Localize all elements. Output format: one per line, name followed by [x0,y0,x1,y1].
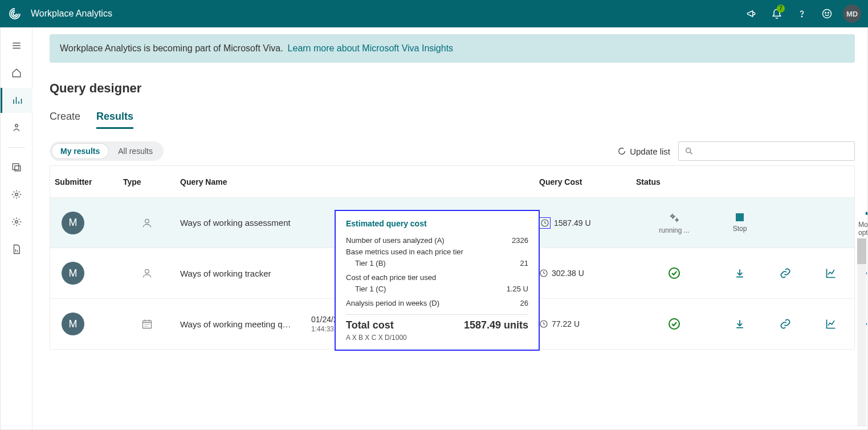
svg-point-4 [15,124,18,127]
cost-popover: Estimated query cost Number of users ana… [335,210,540,351]
svg-point-14 [145,269,149,273]
status-success [636,317,712,331]
copy-link-button[interactable] [767,248,804,298]
status-success [636,266,712,280]
results-filter-pill: My results All results [50,141,164,161]
col-status: Status [631,177,717,186]
filter-my-results[interactable]: My results [51,143,109,159]
svg-point-1 [823,10,832,18]
tab-create[interactable]: Create [50,111,80,129]
refresh-icon [617,147,626,156]
tabs: Create Results [50,111,855,129]
query-name: Ways of working tracker [176,269,307,278]
nav-download-icon[interactable] [1,237,32,262]
search-input[interactable] [678,141,855,161]
results-toolbar: My results All results Update list [50,141,855,161]
type-icon [119,267,176,279]
status-running: running ... [636,212,712,234]
col-submitter: Submitter [50,177,119,186]
nav-data-sources-icon[interactable] [1,155,32,180]
svg-point-0 [801,16,802,17]
col-query-cost: Query Cost [535,177,631,186]
svg-rect-5 [13,164,19,170]
update-list-button[interactable]: Update list [617,147,670,156]
cost-cell: 302.38 U [535,269,631,278]
download-button[interactable] [722,299,758,349]
download-button[interactable] [722,248,758,298]
announcements-icon[interactable] [739,0,764,27]
col-type: Type [119,177,176,186]
col-query-name: Query Name [176,177,307,186]
submitter-avatar: M [62,262,84,285]
svg-point-13 [676,219,678,221]
banner-link[interactable]: Learn more about Microsoft Viva Insights [288,43,454,54]
banner-text: Workplace Analytics is becoming part of … [60,43,283,54]
tab-results[interactable]: Results [96,111,133,129]
query-name: Ways of working assessment [176,218,307,228]
side-nav [1,27,32,429]
svg-point-9 [686,148,691,153]
svg-point-8 [15,221,18,224]
app-title: Workplace Analytics [31,9,112,19]
nav-analyze-icon[interactable] [1,88,32,113]
main-content: Workplace Analytics is becoming part of … [32,27,867,429]
notification-badge: 7 [777,5,785,13]
svg-point-10 [145,219,149,223]
cost-cell: 1587.49 U [535,217,631,229]
info-banner: Workplace Analytics is becoming part of … [50,34,855,63]
help-icon[interactable] [789,0,814,27]
nav-settings-icon[interactable] [1,182,32,207]
type-icon [119,318,176,330]
svg-point-19 [669,319,679,329]
visualize-button[interactable] [813,248,849,298]
nav-admin-settings-icon[interactable] [1,209,32,234]
filter-all-results[interactable]: All results [109,143,162,159]
notifications-icon[interactable]: 7 [764,0,789,27]
cost-cell: 77.22 U [535,319,631,328]
vertical-scrollbar[interactable] [857,238,866,427]
app-logo-icon [7,6,23,22]
nav-plans-icon[interactable] [1,115,32,140]
svg-point-12 [671,215,674,217]
submitter-avatar: M [62,212,84,234]
nav-menu-icon[interactable] [1,33,32,58]
type-icon [119,217,176,229]
update-list-label: Update list [630,147,670,156]
search-icon [684,147,694,156]
feedback-icon[interactable] [814,0,840,27]
stop-button[interactable]: Stop [722,213,758,233]
svg-rect-6 [15,166,21,171]
svg-point-16 [669,268,679,278]
submitter-avatar: M [62,313,84,335]
user-avatar[interactable]: MD [843,5,861,23]
nav-home-icon[interactable] [1,60,32,86]
svg-point-7 [15,193,18,196]
more-options-button[interactable]: •••More options [858,209,867,237]
query-name: Ways of working meeting q… [176,319,307,329]
svg-point-2 [825,13,826,14]
copy-link-button[interactable] [767,299,804,349]
page-title: Query designer [50,81,855,96]
svg-point-3 [828,13,829,14]
visualize-button[interactable] [813,299,849,349]
popover-title: Estimated query cost [346,219,528,228]
app-header: Workplace Analytics 7 MD [0,0,868,27]
table-header: Submitter Type Query Name Query Cost Sta… [50,166,854,198]
